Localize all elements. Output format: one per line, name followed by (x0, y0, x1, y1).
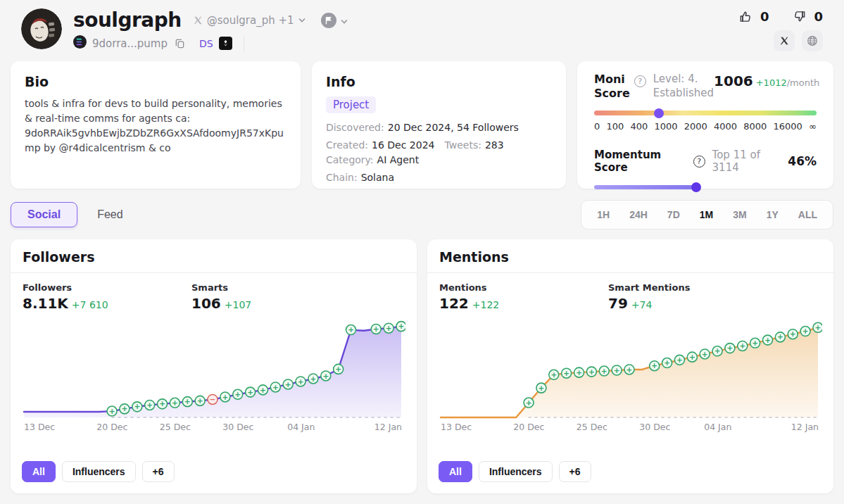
filter-chip-6[interactable]: +6 (559, 461, 591, 482)
svg-text:+: + (234, 390, 241, 398)
x-tick-label: 12 Jan (374, 422, 402, 432)
scale-label: 0 (594, 121, 600, 132)
x-tick-label: 25 Dec (577, 422, 607, 432)
svg-text:+: + (727, 344, 733, 352)
created-label: Created: (326, 139, 368, 151)
filter-chip-6[interactable]: +6 (142, 461, 175, 482)
svg-text:+: + (159, 399, 165, 408)
mentions-stat-label: Mentions (439, 282, 608, 293)
copy-icon[interactable] (173, 37, 187, 50)
contract-address[interactable]: 9dorra...pump (92, 37, 168, 50)
flag-icon (321, 13, 336, 28)
svg-text:+: + (222, 393, 228, 401)
svg-text:+: + (739, 341, 745, 350)
smart-mentions-stat-delta: +74 (631, 299, 653, 310)
range-24h[interactable]: 24H (619, 204, 657, 225)
svg-text:+: + (146, 401, 153, 409)
scale-label: 4000 (714, 121, 737, 132)
svg-text:+: + (247, 388, 253, 396)
likes-count: 0 (760, 9, 769, 24)
momentum-value: 46% (788, 154, 817, 168)
filter-chip-influencers[interactable]: Influencers (479, 461, 553, 482)
category-label: Category: (326, 154, 374, 165)
x-tick-label: 04 Jan (287, 422, 315, 432)
platform-badge-dropdown[interactable] (321, 13, 348, 28)
tab-feed[interactable]: Feed (83, 203, 137, 227)
moni-score-marker (654, 108, 664, 118)
x-tick-label: 04 Jan (704, 422, 731, 432)
divider (244, 36, 244, 51)
svg-text:+: + (386, 324, 392, 332)
scale-label: 16000 (774, 121, 802, 132)
x-link-button[interactable] (774, 30, 795, 51)
svg-text:+: + (651, 361, 657, 370)
x-tick-label: 30 Dec (222, 422, 253, 432)
globe-icon[interactable] (802, 30, 823, 51)
range-1h[interactable]: 1H (587, 204, 619, 225)
time-range-selector: 1H24H7D1M3M1YALL (581, 200, 833, 229)
created-value: 16 Dec 2024 (372, 139, 434, 151)
range-3m[interactable]: 3M (723, 204, 756, 225)
svg-text:+: + (790, 329, 796, 338)
followers-stat-delta: +7 610 (72, 299, 108, 310)
followers-filter-chips: AllInfluencers+6 (11, 461, 417, 493)
question-icon[interactable]: ? (634, 75, 646, 87)
svg-text:+: + (172, 398, 178, 407)
followers-stat-value: 8.11K (23, 295, 68, 312)
filter-chip-influencers[interactable]: Influencers (62, 461, 136, 482)
mentions-stat-value: 122 (439, 295, 469, 312)
smarts-stat-label: Smarts (191, 282, 360, 293)
moni-score-scale-bar (594, 111, 817, 115)
solana-chain-icon (73, 35, 87, 51)
followers-chart-x-axis: 13 Dec20 Dec25 Dec30 Dec04 Jan12 Jan (21, 422, 406, 434)
followers-stat-label: Followers (23, 282, 191, 293)
scale-label: 400 (630, 121, 648, 132)
tweets-value: 283 (485, 139, 504, 151)
svg-text:+: + (689, 353, 695, 361)
scale-label: ∞ (809, 121, 817, 132)
range-all[interactable]: ALL (788, 204, 827, 225)
moni-score-period: /month (787, 77, 820, 88)
svg-text:+: + (348, 325, 354, 334)
tab-social[interactable]: Social (11, 202, 77, 227)
svg-text:+: + (752, 339, 758, 347)
thumbs-down-icon[interactable] (791, 8, 807, 25)
discovered-label: Discovered: (326, 122, 384, 133)
range-1y[interactable]: 1Y (757, 204, 788, 225)
scale-label: 100 (606, 121, 624, 132)
svg-text:+: + (122, 404, 128, 412)
filter-chip-all[interactable]: All (439, 461, 472, 482)
ds-link[interactable]: DS (199, 38, 213, 49)
svg-text:+: + (563, 369, 569, 377)
svg-text:+: + (614, 366, 620, 374)
svg-text:+: + (134, 402, 140, 410)
category-value: AI Agent (377, 154, 420, 165)
scale-label: 8000 (743, 121, 767, 132)
scale-label: 2000 (684, 121, 707, 132)
tweets-label: Tweets: (444, 139, 481, 151)
question-icon[interactable]: ? (693, 156, 705, 168)
svg-text:+: + (664, 358, 670, 367)
svg-text:+: + (714, 346, 721, 355)
x-handle-dropdown[interactable]: @soulgra_ph +1 (193, 14, 306, 27)
thumbs-up-icon[interactable] (738, 8, 754, 25)
chevron-down-icon (298, 18, 306, 23)
range-7d[interactable]: 7D (657, 204, 690, 225)
x-tick-label: 13 Dec (441, 422, 472, 432)
x-tick-label: 20 Dec (96, 422, 127, 432)
moni-score-delta: +1012 (756, 77, 787, 88)
avatar (21, 8, 62, 49)
mentions-card-title: Mentions (427, 239, 833, 272)
mentions-chart-x-axis: 13 Dec20 Dec25 Dec30 Dec04 Jan12 Jan (438, 422, 823, 434)
svg-text:+: + (538, 384, 545, 392)
svg-text:+: + (285, 380, 291, 389)
svg-text:+: + (702, 350, 708, 358)
chain-label: Chain: (326, 172, 358, 183)
bio-title: Bio (25, 74, 286, 89)
range-1m[interactable]: 1M (690, 204, 723, 225)
momentum-score-title: Momentum Score (594, 149, 688, 174)
svg-text:−: − (210, 395, 216, 403)
chain-value: Solana (361, 172, 394, 183)
filter-chip-all[interactable]: All (22, 461, 56, 482)
dexscreener-icon[interactable] (219, 37, 232, 50)
